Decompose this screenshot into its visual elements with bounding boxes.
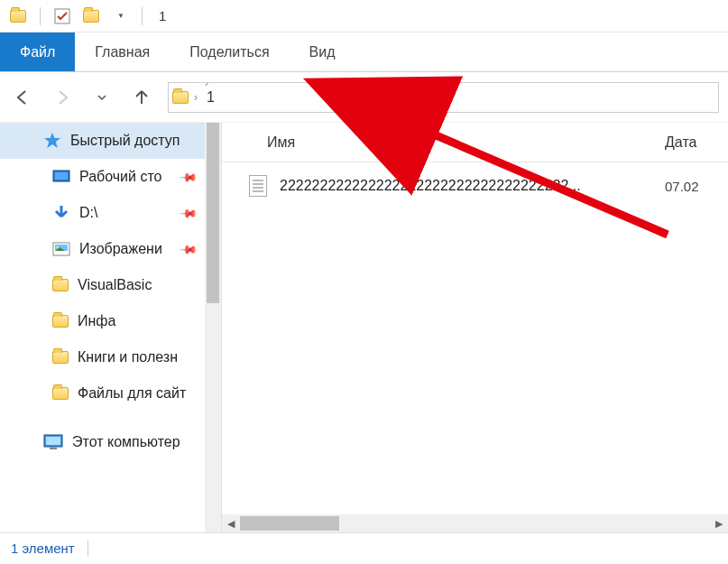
status-item-count: 1 элемент bbox=[11, 541, 75, 556]
desktop-icon bbox=[52, 170, 70, 184]
window-title: 1 bbox=[159, 8, 166, 23]
pin-icon: 📌 bbox=[179, 239, 198, 259]
folder-icon bbox=[52, 279, 69, 291]
folder-icon bbox=[52, 351, 69, 364]
status-divider bbox=[88, 541, 88, 557]
sidebar-scrollbar[interactable] bbox=[205, 123, 221, 532]
sidebar-item-label: Файлы для сайт bbox=[78, 385, 196, 402]
sidebar-item-folder[interactable]: Инфа bbox=[0, 303, 205, 339]
address-folder-icon bbox=[172, 91, 189, 104]
sidebar-item-label: VisualBasic bbox=[78, 277, 196, 293]
text-file-icon bbox=[249, 175, 267, 197]
sidebar-item-folder[interactable]: Книги и полезн bbox=[0, 339, 205, 375]
sidebar-item-label: Инфа bbox=[78, 313, 196, 329]
column-name[interactable]: Имя bbox=[249, 134, 665, 151]
sidebar-item-d-drive[interactable]: D:\ 📌 bbox=[0, 195, 205, 231]
sidebar-item-folder[interactable]: Файлы для сайт bbox=[0, 375, 205, 411]
scrollbar-thumb[interactable] bbox=[207, 123, 219, 303]
pin-icon: 📌 bbox=[179, 203, 198, 223]
forward-button[interactable] bbox=[49, 84, 76, 111]
scroll-right-icon[interactable]: ▶ bbox=[710, 518, 728, 530]
sidebar-this-pc[interactable]: Этот компьютер bbox=[0, 424, 205, 460]
sidebar-item-label: Книги и полезн bbox=[78, 349, 196, 365]
scroll-left-icon[interactable]: ◀ bbox=[222, 518, 240, 530]
sidebar-item-label: Этот компьютер bbox=[72, 434, 196, 450]
file-name: 222222222222222222222222222222222222... bbox=[280, 178, 652, 194]
svg-marker-1 bbox=[44, 133, 60, 148]
chevron-right-icon[interactable]: › bbox=[203, 82, 210, 89]
qat-new-folder-icon[interactable] bbox=[78, 4, 104, 29]
tab-view[interactable]: Вид bbox=[290, 32, 355, 71]
computer-icon bbox=[43, 434, 63, 450]
tab-file[interactable]: Файл bbox=[0, 32, 75, 71]
navigation-row: › 1›1›1›1›1›1›1›1›1 bbox=[0, 72, 728, 123]
sidebar-item-label: Рабочий сто bbox=[79, 169, 172, 185]
column-headers: Имя Дата bbox=[222, 123, 728, 162]
qat-folder-icon[interactable] bbox=[5, 4, 31, 29]
svg-rect-8 bbox=[46, 437, 60, 445]
sidebar-wrap: Быстрый доступ Рабочий сто 📌 D:\ 📌 Изобр… bbox=[0, 123, 222, 532]
folder-icon bbox=[52, 315, 69, 328]
qat-dropdown-icon[interactable]: ▼ bbox=[107, 4, 133, 29]
sidebar-item-label: D:\ bbox=[79, 205, 172, 221]
horizontal-scrollbar[interactable]: ◀ ▶ bbox=[222, 514, 728, 532]
content-pane: Имя Дата 2222222222222222222222222222222… bbox=[222, 123, 728, 532]
qat-properties-icon[interactable] bbox=[50, 4, 75, 29]
file-list: 222222222222222222222222222222222222... … bbox=[222, 162, 728, 514]
pictures-icon bbox=[52, 242, 70, 256]
sidebar-item-label: Изображени bbox=[79, 241, 172, 257]
status-bar: 1 элемент bbox=[0, 532, 728, 563]
file-date: 07.02 bbox=[665, 179, 728, 194]
chevron-right-icon[interactable]: › bbox=[203, 107, 210, 113]
ribbon-tabs: Файл Главная Поделиться Вид bbox=[0, 32, 728, 72]
tab-home[interactable]: Главная bbox=[75, 32, 170, 71]
svg-rect-3 bbox=[55, 172, 68, 180]
star-icon bbox=[43, 132, 61, 150]
explorer-body: Быстрый доступ Рабочий сто 📌 D:\ 📌 Изобр… bbox=[0, 123, 728, 532]
sidebar-item-pictures[interactable]: Изображени 📌 bbox=[0, 231, 205, 267]
svg-rect-9 bbox=[50, 448, 57, 449]
breadcrumb-segment[interactable]: 1 bbox=[203, 89, 218, 106]
scrollbar-thumb[interactable] bbox=[240, 516, 339, 531]
file-row[interactable]: 222222222222222222222222222222222222... … bbox=[222, 170, 728, 202]
titlebar: ▼ 1 bbox=[0, 0, 728, 32]
sidebar-quick-access[interactable]: Быстрый доступ bbox=[0, 123, 205, 159]
column-date[interactable]: Дата bbox=[665, 134, 728, 151]
recent-locations-dropdown[interactable] bbox=[88, 84, 115, 111]
download-arrow-icon bbox=[52, 204, 70, 222]
tab-share[interactable]: Поделиться bbox=[170, 32, 289, 71]
back-button[interactable] bbox=[9, 84, 36, 111]
pin-icon: 📌 bbox=[179, 167, 198, 187]
sidebar-item-folder[interactable]: VisualBasic bbox=[0, 267, 205, 303]
sidebar-item-desktop[interactable]: Рабочий сто 📌 bbox=[0, 159, 205, 195]
up-button[interactable] bbox=[128, 84, 155, 111]
quick-access-toolbar: ▼ bbox=[0, 4, 153, 29]
folder-icon bbox=[52, 387, 69, 400]
chevron-right-icon[interactable]: › bbox=[192, 91, 199, 104]
address-bar[interactable]: › 1›1›1›1›1›1›1›1›1 bbox=[168, 82, 719, 113]
navigation-pane: Быстрый доступ Рабочий сто 📌 D:\ 📌 Изобр… bbox=[0, 123, 205, 532]
sidebar-item-label: Быстрый доступ bbox=[70, 133, 196, 149]
